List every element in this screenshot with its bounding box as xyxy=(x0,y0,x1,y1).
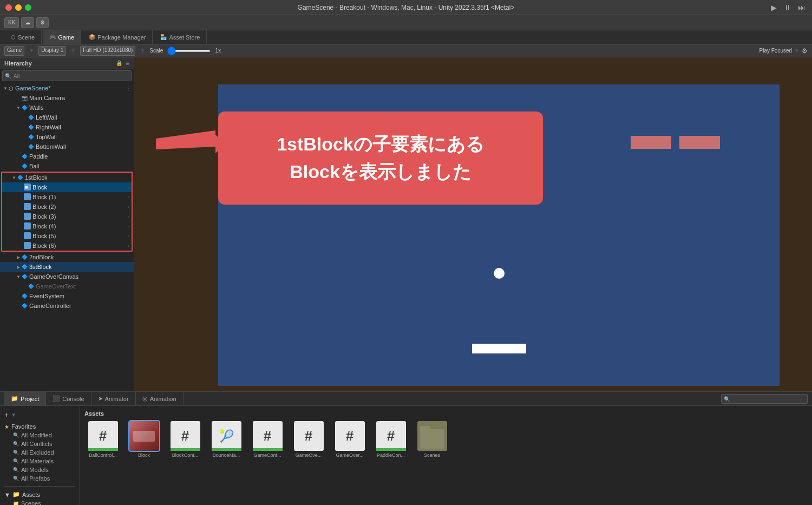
tree-item-block-5[interactable]: Block (5) › xyxy=(2,231,132,241)
asset-scenes[interactable]: Scenes xyxy=(414,421,450,458)
tab-animation[interactable]: ◎ Animation xyxy=(136,392,184,405)
tab-scene[interactable]: ⬡ Scene xyxy=(4,30,42,44)
tree-item-gamescene[interactable]: ▼ ⬡ GameScene* ⋮ xyxy=(0,83,134,93)
scale-value: 1x xyxy=(215,48,221,54)
tree-item-main-camera[interactable]: 📷 Main Camera xyxy=(0,93,134,103)
close-button[interactable] xyxy=(5,4,12,11)
tree-item-paddle[interactable]: 🔷 Paddle xyxy=(0,152,134,161)
cloud-button[interactable]: ☁ xyxy=(21,17,34,28)
asset-gameover2[interactable]: # GameOver... xyxy=(331,421,368,458)
tree-item-gamecontroller[interactable]: 🔷 GameController xyxy=(0,301,134,311)
bottom-tabs: 📁 Project ⬛ Console ➤ Animator ◎ Animati… xyxy=(0,392,812,406)
sidebar-all-modified[interactable]: 🔍 All Modified xyxy=(4,431,75,440)
all-conflicts-label: All Conflicts xyxy=(21,441,52,447)
sidebar-all-conflicts[interactable]: 🔍 All Conflicts xyxy=(4,440,75,448)
tab-package-manager[interactable]: 📦 Package Manager xyxy=(82,30,153,44)
hierarchy-lock-icon[interactable]: 🔒 xyxy=(116,60,122,66)
all-excluded-label: All Excluded xyxy=(21,449,54,456)
tree-item-3stblock[interactable]: ▶ 🔷 3stBlock xyxy=(0,262,134,272)
tab-project[interactable]: 📁 Project xyxy=(4,392,46,405)
hierarchy-menu-icon[interactable]: ≡ xyxy=(126,60,129,67)
user-button[interactable]: KK xyxy=(4,17,19,28)
tab-game-label: Game xyxy=(58,34,74,41)
sidebar-all-prefabs[interactable]: 🔍 All Prefabs xyxy=(4,474,75,483)
tree-item-block-2[interactable]: Block (2) › xyxy=(2,202,132,212)
asset-blockcont[interactable]: # BlockCont... xyxy=(167,421,204,458)
assets-section-title[interactable]: ▼ 📁 Assets xyxy=(4,490,75,499)
block3-chevron: › xyxy=(128,214,129,219)
tree-item-leftwall[interactable]: 🔷 LeftWall xyxy=(0,113,134,122)
gamescene-label: GameScene* xyxy=(15,85,126,91)
favorites-title[interactable]: ★ Favorites xyxy=(4,422,75,431)
game-dropdown[interactable]: Game xyxy=(4,46,24,56)
display-dropdown[interactable]: Display 1 xyxy=(38,46,66,56)
tab-console[interactable]: ⬛ Console xyxy=(46,392,91,405)
bottomwall-label: BottomWall xyxy=(36,143,134,150)
asset-gameove1[interactable]: # GameOve... xyxy=(290,421,327,458)
tree-item-topwall[interactable]: 🔷 TopWall xyxy=(0,132,134,142)
asset-paddlecon[interactable]: # PaddleCon... xyxy=(372,421,409,458)
settings-button[interactable]: ⚙ xyxy=(36,17,49,28)
tree-item-2ndblock[interactable]: ▶ 🔷 2ndBlock xyxy=(0,252,134,262)
gamescene-menu[interactable]: ⋮ xyxy=(126,86,132,91)
hierarchy-search: 🔍 All xyxy=(2,70,132,81)
sidebar-scenes[interactable]: 📁 Scenes xyxy=(4,499,75,505)
assets-section-label: Assets xyxy=(22,491,40,498)
tab-animator-label: Animator xyxy=(105,396,129,402)
sidebar-all-models[interactable]: 🔍 All Models xyxy=(4,465,75,474)
block-1-label: Block (1) xyxy=(32,194,128,200)
tree-item-block-1[interactable]: Block (1) › xyxy=(2,192,132,202)
tree-item-ball[interactable]: 🔷 Ball xyxy=(0,161,134,171)
block5-chevron: › xyxy=(128,234,129,239)
resolution-dropdown[interactable]: Full HD (1920x1080) xyxy=(80,46,135,56)
game-settings-icon[interactable]: ⚙ xyxy=(802,47,808,55)
bottom-panel: 📁 Project ⬛ Console ➤ Animator ◎ Animati… xyxy=(0,391,812,505)
gameover2-icon: # xyxy=(335,421,365,451)
step-button[interactable]: ⏭ xyxy=(797,3,807,12)
sidebar-all-excluded[interactable]: 🔍 All Excluded xyxy=(4,448,75,457)
maximize-button[interactable] xyxy=(25,4,31,11)
game-viewport: 1stBlockの子要素にある Blockを表示しました xyxy=(134,57,812,391)
add-button[interactable]: + xyxy=(4,410,9,419)
tree-item-gameovertext[interactable]: 🔷 GameOverText xyxy=(0,281,134,291)
block-texture-icon xyxy=(129,421,159,451)
game-ball xyxy=(494,268,505,279)
block-chevron: › xyxy=(128,185,129,190)
asset-bouncema[interactable]: 🎾 BounceMa... xyxy=(208,421,245,458)
tab-animation-label: Animation xyxy=(150,396,176,402)
tree-item-walls[interactable]: ▼ 🔷 Walls xyxy=(0,103,134,113)
tab-asset-store[interactable]: 🏪 Asset Store xyxy=(154,30,207,44)
asset-gamecont[interactable]: # GameCont... xyxy=(249,421,286,458)
tab-package-manager-label: Package Manager xyxy=(97,34,146,41)
blockcont-icon: # xyxy=(171,421,200,451)
play-button[interactable]: ▶ xyxy=(769,3,778,12)
sidebar-all-materials[interactable]: 🔍 All Materials xyxy=(4,457,75,465)
tree-item-block-3[interactable]: Block (3) › xyxy=(2,212,132,221)
play-focused-label[interactable]: Play Focused xyxy=(759,48,793,54)
eventsystem-icon: 🔷 xyxy=(22,293,28,299)
bouncema-label: BounceMa... xyxy=(213,452,240,458)
block5-cube-icon xyxy=(24,232,31,240)
scale-slider[interactable] xyxy=(167,50,211,52)
tree-item-1stblock[interactable]: ▼ 🔷 1stBlock xyxy=(2,173,132,182)
paddlecon-label: PaddleCon... xyxy=(377,452,405,458)
asset-ballcontrol[interactable]: # BallControl... xyxy=(84,421,121,458)
asset-block[interactable]: Block xyxy=(126,421,162,458)
tree-item-eventsystem[interactable]: 🔷 EventSystem xyxy=(0,291,134,301)
tab-animator[interactable]: ➤ Animator xyxy=(91,392,136,405)
topwall-label: TopWall xyxy=(36,134,134,140)
block-asset-label: Block xyxy=(138,452,150,458)
pause-button[interactable]: ⏸ xyxy=(783,3,793,12)
tree-item-rightwall[interactable]: 🔷 RightWall xyxy=(0,122,134,132)
svg-rect-3 xyxy=(24,203,31,210)
tree-item-block[interactable]: ■ Block › xyxy=(2,182,132,192)
tree-item-block-4[interactable]: Block (4) › xyxy=(2,221,132,231)
minimize-button[interactable] xyxy=(15,4,22,11)
tree-item-bottomwall[interactable]: 🔷 BottomWall xyxy=(0,142,134,152)
tree-item-gameovercanvas[interactable]: ▼ 🔷 GameOverCanvas xyxy=(0,272,134,281)
tree-item-block-6[interactable]: Block (6) › xyxy=(2,241,132,251)
leftwall-label: LeftWall xyxy=(36,114,134,121)
bottomwall-icon: 🔷 xyxy=(28,144,34,149)
tab-game[interactable]: 🎮 Game xyxy=(43,30,81,44)
assets-search[interactable]: 🔍 xyxy=(721,394,808,404)
